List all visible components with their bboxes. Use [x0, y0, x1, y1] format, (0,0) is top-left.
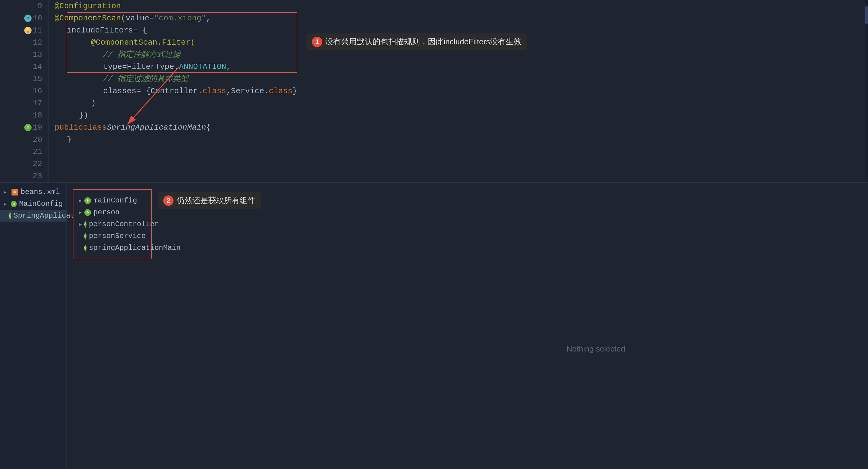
code-line-10: @ComponentScan(value = "com.xiong",: [55, 12, 862, 24]
code-line-13: // 指定注解方式过滤: [55, 49, 862, 61]
tooltip-num-1: 1: [312, 37, 322, 47]
line-18: 18: [0, 109, 42, 121]
scrollbar-thumb[interactable]: [865, 6, 868, 24]
class-kw1: class: [203, 85, 226, 97]
comment-annotation: // 指定注解方式过滤: [103, 49, 181, 61]
spring-icon-10: ⚙: [24, 14, 32, 22]
file-sidebar: ▶ X beans.xml ▶ ⚙ MainConfig ▶ ⚙ SpringA…: [0, 183, 67, 469]
nothing-selected-text: Nothing selected: [566, 344, 625, 353]
line-num-21: 21: [33, 146, 42, 158]
code-line-22: [55, 158, 862, 170]
line-9: 9: [0, 0, 42, 12]
spring-icon-mainconfig: ⚙: [11, 201, 17, 207]
eq2: = {: [133, 24, 147, 36]
bean-item-person[interactable]: ▶ ⚙ person: [76, 206, 148, 218]
line-num-14: 14: [33, 61, 42, 73]
line-10: ⚙ 10: [0, 12, 42, 24]
line-22: 22: [0, 158, 42, 170]
line-num-20: 20: [33, 134, 42, 146]
comma2: ,: [226, 61, 231, 73]
eq3: =: [122, 61, 127, 73]
line-11: 💡 11: [0, 24, 42, 36]
line-23: 23: [0, 170, 42, 182]
line-num-23: 23: [33, 170, 42, 182]
tooltip-num-2: 2: [163, 196, 174, 206]
bean-item-personservice[interactable]: ▶ ⚙ personService: [76, 230, 148, 242]
line-num-13: 13: [33, 49, 42, 61]
filtertype: FilterType: [127, 61, 174, 73]
dot2: .: [198, 85, 203, 97]
line-20: 20: [0, 134, 42, 146]
line-numbers: 9 ⚙ 10 💡 11 12 13 14 15 16: [0, 0, 49, 182]
line-num-19: 19: [33, 121, 42, 134]
editor-scrollbar[interactable]: [865, 0, 868, 182]
line-num-12: 12: [33, 36, 42, 49]
kw-public: public: [55, 121, 83, 134]
bean-label-personservice: personService: [89, 232, 146, 240]
code-lines: @Configuration @ComponentScan(value = "c…: [49, 0, 868, 182]
bean-label-springappmain: springApplicationMain: [89, 244, 181, 252]
bean-spring-icon-person: ⚙: [84, 209, 91, 216]
line-15: 15: [0, 73, 42, 85]
param-value: value: [126, 12, 149, 24]
close-brace: }: [292, 85, 297, 97]
classname-main: SpringApplicationMain: [107, 121, 206, 134]
dot: .: [174, 61, 179, 73]
line-13: 13: [0, 49, 42, 61]
comment-classes: // 指定过滤的具体类型: [103, 73, 188, 85]
code-line-23: [55, 170, 862, 182]
bean-label-personcontroller: personController: [89, 220, 159, 228]
code-line-20: }: [55, 134, 862, 146]
close-annotation: }): [79, 109, 88, 121]
tooltip-text-1: 没有禁用默认的包扫描规则，因此includeFilters没有生效: [325, 36, 522, 47]
bean-item-personcontroller[interactable]: ▶ ⚙ personController: [76, 218, 148, 230]
tooltip-text-2: 仍然还是获取所有组件: [177, 195, 255, 206]
expand-personctrl-icon: ▶: [79, 221, 82, 227]
bean-spring-icon-personsvc: ⚙: [84, 233, 87, 239]
code-line-9: @Configuration: [55, 0, 862, 12]
code-line-18: }): [55, 109, 862, 121]
expand-icon-mainconfig: ▶: [4, 201, 8, 207]
bean-spring-icon-personctrl: ⚙: [84, 221, 87, 228]
line-num-22: 22: [33, 158, 42, 170]
annotation-configuration: @Configuration: [55, 0, 121, 12]
includefilters-param: includeFilters: [67, 24, 133, 36]
service-class: Service: [231, 85, 264, 97]
sidebar-item-springappmain[interactable]: ▶ ⚙ SpringApplicationMain: [0, 210, 66, 222]
code-line-14: type = FilterType.ANNOTATION,: [55, 61, 862, 73]
bean-item-mainconfig[interactable]: ▶ ⚙ mainConfig: [76, 195, 148, 206]
bean-list-panel: ▶ ⚙ mainConfig ▶ ⚙ person ▶ ⚙ personCont…: [73, 189, 152, 259]
expand-person-icon: ▶: [79, 209, 82, 215]
code-line-19: public class SpringApplicationMain {: [55, 121, 862, 134]
spring-icon-19: ⚙: [24, 124, 32, 131]
tooltip-2: 2 仍然还是获取所有组件: [158, 192, 261, 209]
tooltip-1: 1 没有禁用默认的包扫描规则，因此includeFilters没有生效: [306, 33, 527, 50]
sidebar-item-beans-xml[interactable]: ▶ X beans.xml: [0, 186, 66, 198]
close-class: }: [67, 134, 71, 146]
expand-icon-beans: ▶: [4, 189, 9, 195]
eq4: = {: [136, 85, 151, 97]
annotation-type: ANNOTATION: [179, 61, 226, 73]
string-value: "com.xiong": [154, 12, 206, 24]
line-num-16: 16: [33, 85, 42, 97]
line-num-10: 10: [33, 12, 42, 24]
sidebar-item-mainconfig[interactable]: ▶ ⚙ MainConfig: [0, 198, 66, 210]
code-line-15: // 指定过滤的具体类型: [55, 73, 862, 85]
classes-param: classes: [103, 85, 136, 97]
mainconfig-label: MainConfig: [19, 200, 63, 208]
expand-mainconfig-icon: ▶: [79, 198, 82, 204]
bottom-area: ▶ X beans.xml ▶ ⚙ MainConfig ▶ ⚙ SpringA…: [0, 183, 868, 469]
beans-xml-label: beans.xml: [21, 188, 60, 196]
dot3: .: [264, 85, 269, 97]
line-num-9: 9: [37, 0, 42, 12]
comma: ,: [206, 12, 211, 24]
line-19: ⚙ 19: [0, 121, 42, 134]
bean-item-springappmain[interactable]: ▶ ⚙ springApplicationMain: [76, 242, 148, 254]
type-keyword: type: [103, 61, 122, 73]
nothing-selected-label: Nothing selected: [566, 344, 625, 354]
line-num-18: 18: [33, 109, 42, 121]
code-line-16: classes = {Controller.class, Service.cla…: [55, 85, 862, 97]
line-17: 17: [0, 97, 42, 109]
code-line-21: [55, 146, 862, 158]
code-line-17: ): [55, 97, 862, 109]
